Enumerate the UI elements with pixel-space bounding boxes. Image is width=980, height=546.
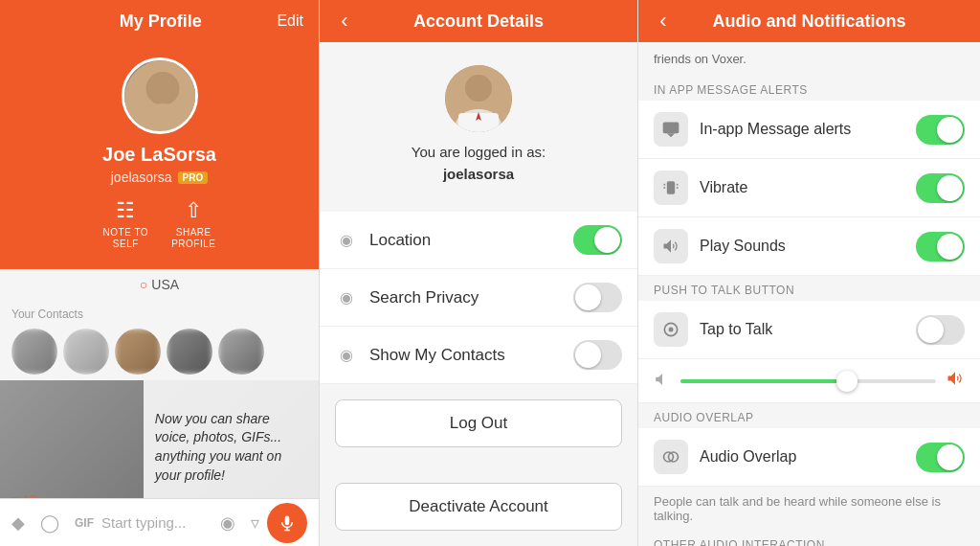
contacts-section: Your Contacts — [0, 300, 319, 380]
push-to-talk-heading: PUSH TO TALK BUTTON — [638, 276, 980, 301]
play-sounds-toggle[interactable] — [916, 232, 965, 262]
input-placeholder[interactable]: Start typing... — [101, 514, 212, 531]
volume-fill — [680, 379, 847, 383]
intro-note: friends on Voxer. — [638, 42, 980, 76]
play-sounds-label: Play Sounds — [700, 238, 916, 255]
camera-icon[interactable]: ◯ — [40, 512, 59, 534]
account-username: joelasorsa — [443, 166, 514, 182]
edit-button[interactable]: Edit — [277, 12, 303, 30]
audio-overlap-label: Audio Overlap — [700, 448, 916, 466]
volume-row — [638, 359, 980, 403]
audio-title: Audio and Notifications — [682, 11, 936, 32]
share-profile-button[interactable]: ⇧ SHAREPROFILE — [171, 198, 215, 250]
account-avatar — [445, 65, 512, 132]
audio-back-button[interactable]: ‹ — [654, 11, 673, 31]
volume-low-icon — [654, 371, 671, 392]
vibrate-label: Vibrate — [700, 179, 916, 196]
toolbar-icons: ◆ ◯ GIF — [11, 512, 94, 534]
note-icon: ☷ — [116, 198, 136, 223]
svg-point-22 — [669, 328, 674, 332]
tap-to-talk-toggle[interactable] — [916, 315, 965, 345]
search-privacy-toggle[interactable] — [573, 283, 622, 312]
sound-icon — [654, 229, 688, 263]
toggle-thumb — [594, 227, 620, 253]
audio-overlap-row: Audio Overlap — [638, 428, 980, 487]
contact-avatar-1[interactable] — [11, 329, 57, 375]
in-app-alerts-label: In-app Message alerts — [700, 121, 916, 138]
volume-high-icon — [946, 369, 965, 393]
location-toggle[interactable] — [573, 225, 622, 255]
show-contacts-toggle[interactable] — [573, 340, 622, 370]
tap-to-talk-label: Tap to Talk — [700, 321, 916, 338]
in-app-alerts-toggle[interactable] — [916, 115, 965, 145]
profile-title: My Profile — [120, 11, 202, 32]
profile-hero: Joe LaSorsa joelasorsa PRO ☷ NOTE TOSELF… — [0, 42, 319, 269]
note-to-self-button[interactable]: ☷ NOTE TOSELF — [103, 198, 149, 250]
audio-overlap-heading: AUDIO OVERLAP — [638, 403, 980, 428]
back-button[interactable]: ‹ — [335, 11, 354, 31]
spacer — [320, 463, 637, 483]
contact-avatar-2[interactable] — [63, 329, 109, 375]
location-text: USA — [151, 277, 179, 292]
svg-marker-14 — [667, 133, 675, 137]
vibrate-toggle[interactable] — [916, 173, 965, 203]
profile-panel: My Profile Edit Joe LaSorsa joelasorsa P — [0, 0, 319, 546]
svg-marker-20 — [664, 239, 672, 252]
audio-header: ‹ Audio and Notifications — [638, 0, 980, 42]
like-count: 12 — [23, 492, 36, 498]
toggle-thumb — [575, 284, 601, 310]
contacts-label: Your Contacts — [11, 307, 307, 321]
svg-marker-23 — [656, 374, 662, 385]
share-label: SHAREPROFILE — [171, 227, 215, 250]
account-panel: ‹ Account Details You are logged in as: … — [319, 0, 637, 546]
svg-rect-5 — [285, 515, 290, 525]
search-privacy-row: ◉ Search Privacy — [320, 269, 637, 327]
volume-thumb[interactable] — [836, 371, 858, 392]
feed-text: Now you can share voice, photos, GIFs...… — [155, 410, 307, 485]
location-label: Location — [369, 231, 573, 250]
profile-header: My Profile Edit — [0, 0, 319, 42]
logged-in-label: You are logged in as: — [412, 144, 546, 160]
svg-rect-3 — [140, 116, 186, 134]
toggle-thumb — [575, 342, 601, 368]
contact-avatar-5[interactable] — [218, 329, 264, 375]
volume-track[interactable] — [680, 379, 936, 383]
deactivate-button[interactable]: Deactivate Account — [335, 483, 622, 531]
feed-text-overlay: Now you can share voice, photos, GIFs...… — [144, 380, 319, 498]
profile-username-row: joelasorsa PRO — [111, 170, 209, 185]
location-icon: ◉ — [335, 229, 358, 252]
svg-marker-24 — [948, 372, 956, 384]
image-icon[interactable]: ◆ — [11, 512, 25, 534]
in-app-alerts-row: In-app Message alerts — [638, 101, 980, 159]
feed-item: ♥ 12 Now you can share voice, photos, GI… — [0, 380, 319, 498]
show-contacts-row: ◉ Show My Contacts — [320, 327, 637, 384]
play-sounds-row: Play Sounds — [638, 217, 980, 276]
toolbar-icons-right: ◉ ▿ — [220, 512, 259, 534]
contacts-row — [11, 329, 307, 375]
svg-point-0 — [124, 60, 198, 134]
contact-avatar-4[interactable] — [167, 329, 212, 375]
svg-point-2 — [136, 110, 189, 134]
other-audio-heading: OTHER AUDIO INTERACTION — [638, 531, 980, 546]
gif-icon[interactable]: GIF — [75, 516, 94, 530]
contact-avatar-3[interactable] — [115, 329, 161, 375]
tap-icon — [654, 312, 688, 347]
avatar-image — [124, 60, 198, 134]
attachment-icon[interactable]: ▿ — [251, 512, 259, 534]
logout-button[interactable]: Log Out — [335, 399, 622, 447]
account-title: Account Details — [364, 11, 593, 32]
audio-overlap-toggle[interactable] — [916, 443, 965, 472]
eye-icon: ◉ — [335, 286, 358, 309]
svg-point-1 — [147, 72, 178, 102]
audio-overlap-desc: People can talk and be heard while someo… — [638, 487, 980, 531]
heart-icon: ♥ — [11, 492, 19, 498]
svg-rect-15 — [667, 181, 675, 193]
tap-to-talk-row: Tap to Talk — [638, 301, 980, 359]
logged-in-text: You are logged in as: joelasorsa — [412, 142, 546, 185]
share-icon: ⇧ — [185, 198, 203, 223]
mic-button[interactable] — [267, 503, 307, 543]
location-row: ◉ Location — [320, 212, 637, 269]
svg-rect-13 — [663, 123, 679, 134]
location-icon[interactable]: ◉ — [220, 512, 235, 534]
vibrate-row: Vibrate — [638, 159, 980, 217]
